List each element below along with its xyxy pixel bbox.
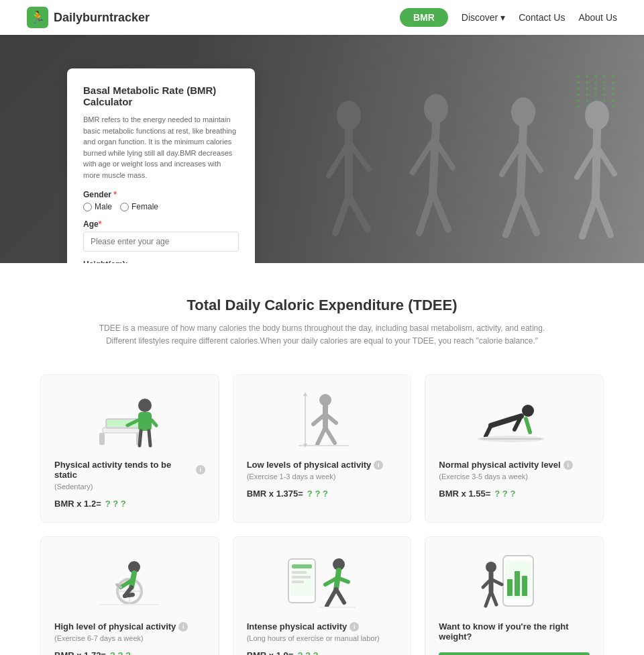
high-illustration [54,550,205,611]
activity-card-low: Low levels of physical activity i (Exerc… [233,374,412,523]
svg-line-32 [152,420,156,425]
svg-line-13 [521,127,523,195]
svg-point-45 [522,405,534,417]
svg-rect-71 [292,581,304,583]
height-field: Height(cm): [83,260,239,263]
high-result: ? ? ? [110,650,131,655]
svg-line-23 [596,197,610,235]
activity-card-high: High level of physical activity i (Exerc… [40,536,219,655]
age-field: Age* [83,219,239,252]
normal-sub: (Exercise 3-5 days a week) [439,472,528,481]
svg-line-17 [521,195,537,233]
svg-line-40 [325,427,335,443]
low-illustration [247,389,398,449]
low-result: ? ? ? [307,489,328,499]
svg-rect-81 [507,579,513,596]
sedentary-illustration [54,389,205,449]
tdee-section: Total Daily Caloric Expenditure (TDEE) T… [0,263,644,655]
view-button[interactable]: View [439,652,590,655]
low-svg [285,391,359,448]
sedentary-formula: BMR x 1.2= ? ? ? [54,499,126,509]
gender-male-radio[interactable] [83,203,92,211]
high-svg [93,552,166,609]
hero-runner-svg [268,35,644,263]
gender-required: * [113,190,117,199]
sedentary-info-icon[interactable]: i [196,465,205,474]
sedentary-svg [93,391,166,448]
nav-links: BMR Discover ▾ Contact Us About Us [400,8,617,27]
svg-line-5 [349,196,368,230]
high-formula: BMR x 1.72= ? ? ? [54,650,131,655]
age-label: Age* [83,219,239,229]
svg-line-10 [419,193,433,233]
gender-label: Gender * [83,190,239,199]
intense-title: Intense physical activity i [247,621,360,632]
logo-icon: 🏃 [27,7,48,28]
low-info-icon[interactable]: i [374,460,383,470]
age-required: * [99,219,102,229]
svg-line-39 [317,427,325,444]
gender-female-option[interactable]: Female [120,202,158,211]
weight-title: Want to know if you're the right weight? [439,621,590,642]
gender-female-radio[interactable] [120,203,129,211]
svg-rect-25 [99,433,105,445]
age-input[interactable] [83,232,239,252]
normal-result: ? ? ? [494,489,515,499]
weight-illustration [439,550,590,611]
height-label: Height(cm): [83,260,239,263]
intense-formula: BMR x 1.9= ? ? ? [247,650,319,655]
intense-svg [285,552,359,609]
normal-svg [478,391,551,448]
svg-line-89 [491,591,496,605]
nav-contact-link[interactable]: Contact Us [519,12,565,23]
svg-rect-83 [522,576,527,596]
intense-info-icon[interactable]: i [350,622,359,632]
svg-rect-70 [292,576,311,578]
high-sub: (Exercise 6-7 days a week) [54,634,144,642]
activity-card-weight: Want to know if you're the right weight?… [425,536,604,655]
activity-cards-grid: Physical activity tends to be static i (… [40,374,604,655]
normal-title: Normal physical activity level i [439,460,572,470]
svg-line-11 [433,193,448,230]
svg-point-29 [138,399,152,412]
activity-card-sedentary: Physical activity tends to be static i (… [40,374,219,523]
intense-sub: (Long hours of exercise or manual labor) [247,634,380,642]
navigation: 🏃 Dailyburntracker BMR Discover ▾ Contac… [0,0,644,35]
svg-line-7 [433,123,436,193]
nav-about-link[interactable]: About Us [578,12,617,23]
svg-rect-68 [292,564,312,568]
nav-discover-link[interactable]: Discover ▾ [462,12,505,23]
svg-line-4 [335,196,349,233]
nav-bmr-button[interactable]: BMR [400,8,448,27]
bmr-calculator-card: Basal Metabolic Rate (BMR) Calculator BM… [67,68,255,263]
bmr-card-description: BMR refers to the energy needed to maint… [83,114,239,181]
high-title: High level of physical activity i [54,621,188,632]
tdee-description: TDEE is a measure of how many calories t… [87,322,557,348]
svg-line-34 [149,431,150,446]
high-info-icon[interactable]: i [178,622,188,632]
weight-svg [478,552,551,609]
svg-point-12 [511,97,535,127]
tdee-title: Total Daily Caloric Expenditure (TDEE) [40,297,604,314]
svg-rect-82 [515,571,520,596]
intense-result: ? ? ? [297,650,318,655]
normal-formula: BMR x 1.55= ? ? ? [439,489,515,499]
activity-card-normal: Normal physical activity level i (Exerci… [425,374,604,523]
svg-line-49 [486,425,491,436]
logo: 🏃 Dailyburntracker [27,7,150,28]
sedentary-sub: (Sedentary) [54,483,93,491]
hero-runners [193,35,644,263]
svg-rect-69 [292,571,307,574]
normal-info-icon[interactable]: i [564,460,573,470]
activity-card-intense: Intense physical activity i (Long hours … [233,536,412,655]
gender-field: Gender * Male Female [83,190,239,211]
svg-rect-30 [138,412,152,431]
svg-point-0 [337,101,361,130]
svg-line-76 [327,589,336,606]
gender-options: Male Female [83,202,239,211]
svg-point-6 [424,94,448,123]
gender-male-option[interactable]: Male [83,202,112,211]
svg-line-63 [125,595,133,596]
normal-illustration [439,389,590,449]
svg-line-19 [596,130,597,197]
